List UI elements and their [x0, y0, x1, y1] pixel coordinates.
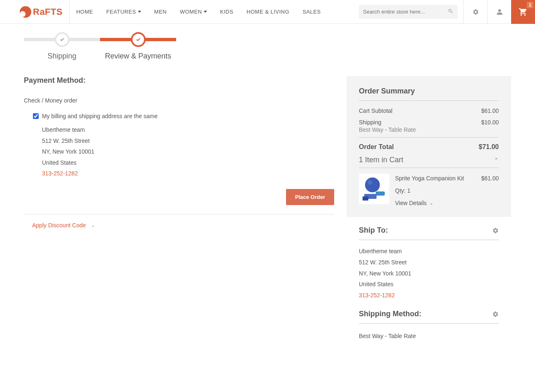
gear-icon[interactable]: [492, 311, 499, 317]
gear-icon: [472, 9, 479, 15]
search-icon[interactable]: [448, 8, 454, 15]
ship-method-header: Shipping Method:: [359, 310, 499, 324]
ship-method-value: Best Way - Table Rate: [359, 329, 499, 339]
billing-address: Ubertheme team 512 W. 25th Street NY, Ne…: [42, 124, 334, 179]
logo[interactable]: RaFTS: [20, 6, 63, 18]
sidebar: Order Summary Cart Subtotal $61.00 Shipp…: [347, 76, 511, 343]
search-input[interactable]: [363, 9, 448, 15]
same-address-label: My billing and shipping address are the …: [42, 113, 158, 119]
ship-to-title: Ship To:: [359, 226, 388, 235]
main-column: Payment Method: Check / Money order My b…: [24, 76, 334, 229]
cart-items-label: 1 Item in Cart: [359, 156, 403, 164]
step-label: Shipping: [24, 52, 100, 61]
product-image-icon: [361, 176, 387, 202]
chevron-down-icon: [138, 11, 141, 13]
chevron-down-icon: ⌄: [91, 222, 95, 228]
chevron-up-icon: ⌃: [494, 157, 499, 163]
shipto-street: 512 W. 25th Street: [359, 257, 499, 268]
step-shipping: Shipping: [24, 32, 100, 61]
svg-point-0: [365, 177, 380, 192]
cart-item-info: Sprite Yoga Companion Kit $61.00 Qty: 1 …: [395, 174, 499, 208]
total-label: Order Total: [359, 143, 394, 151]
place-order-row: Place Order: [24, 189, 334, 214]
container: Shipping Review & Payments Payment Metho…: [21, 24, 514, 360]
cart-item-qty: Qty: 1: [395, 186, 499, 196]
ship-method-block: Shipping Method: Best Way - Table Rate: [347, 301, 511, 343]
nav-home[interactable]: HOME: [70, 0, 100, 24]
shipto-name: Ubertheme team: [359, 246, 499, 257]
settings-button[interactable]: [463, 0, 487, 24]
logo-wrap: RaFTS: [0, 0, 70, 23]
content-row: Payment Method: Check / Money order My b…: [24, 76, 511, 343]
discount-toggle[interactable]: Apply Discount Code ⌄: [32, 215, 334, 229]
check-icon: [59, 37, 65, 42]
shipto-city: NY, New York 10001: [359, 268, 499, 279]
step-review-payments: Review & Payments: [100, 32, 176, 61]
check-icon: [135, 37, 141, 42]
cart-button[interactable]: 1: [511, 0, 535, 24]
nav: HOME FEATURES MEN WOMEN KIDS HOME & LIVI…: [70, 0, 327, 23]
search-box[interactable]: [359, 5, 458, 19]
chevron-down-icon: ⌄: [429, 199, 433, 207]
shipto-country: United States: [359, 279, 499, 290]
cart-item-price: $61.00: [481, 174, 499, 184]
cart-icon: [519, 7, 528, 16]
shipping-detail: Best Way - Table Rate: [359, 126, 499, 133]
subtotal-row: Cart Subtotal $61.00: [359, 105, 499, 117]
ship-to-block: Ship To: Ubertheme team 512 W. 25th Stre…: [347, 217, 511, 301]
svg-rect-4: [363, 196, 368, 201]
account-button[interactable]: [487, 0, 511, 24]
logo-text: RaFTS: [33, 7, 63, 17]
shipping-label: Shipping: [359, 119, 381, 126]
step-circle: [55, 32, 70, 47]
order-summary: Order Summary Cart Subtotal $61.00 Shipp…: [347, 76, 511, 217]
address-phone[interactable]: 313-252-1282: [42, 168, 334, 179]
chevron-down-icon: [204, 11, 207, 13]
logo-icon: [20, 6, 31, 18]
step-label: Review & Payments: [100, 52, 176, 61]
total-amount: $71.00: [479, 143, 499, 151]
cart-items-toggle[interactable]: 1 Item in Cart ⌃: [359, 151, 499, 168]
payment-method-option: Check / Money order: [24, 97, 334, 104]
cart-item: Sprite Yoga Companion Kit $61.00 Qty: 1 …: [359, 168, 499, 208]
cart-badge: 1: [527, 2, 533, 8]
total-row: Order Total $71.00: [359, 137, 499, 151]
cart-item-name: Sprite Yoga Companion Kit: [395, 174, 464, 184]
address-country: United States: [42, 157, 334, 168]
payment-method-title: Payment Method:: [24, 76, 334, 85]
svg-point-1: [368, 180, 372, 185]
header: RaFTS HOME FEATURES MEN WOMEN KIDS HOME …: [0, 0, 535, 24]
nav-features[interactable]: FEATURES: [100, 0, 147, 24]
discount-label: Apply Discount Code: [32, 222, 86, 229]
same-address-row: My billing and shipping address are the …: [33, 113, 334, 119]
shipping-amount: $10.00: [481, 119, 499, 126]
user-icon: [496, 9, 503, 15]
shipto-phone[interactable]: 313-252-1282: [359, 290, 499, 301]
nav-kids[interactable]: KIDS: [214, 0, 240, 24]
same-address-checkbox[interactable]: [33, 113, 39, 119]
checkout-progress: Shipping Review & Payments: [24, 24, 511, 65]
ship-method-title: Shipping Method:: [359, 310, 421, 318]
address-city: NY, New York 10001: [42, 146, 334, 157]
svg-rect-2: [376, 191, 385, 196]
nav-home-living[interactable]: HOME & LIVING: [240, 0, 296, 24]
address-name: Ubertheme team: [42, 124, 334, 135]
nav-sales[interactable]: SALES: [296, 0, 327, 24]
header-right: 1: [359, 0, 535, 23]
cart-item-view-details[interactable]: View Details ⌄: [395, 198, 499, 208]
subtotal-label: Cart Subtotal: [359, 107, 393, 114]
ship-to-address: Ubertheme team 512 W. 25th Street NY, Ne…: [359, 246, 499, 301]
gear-icon[interactable]: [492, 227, 499, 234]
subtotal-amount: $61.00: [481, 107, 499, 114]
ship-to-header: Ship To:: [359, 226, 499, 240]
place-order-button[interactable]: Place Order: [286, 189, 334, 205]
cart-item-image: [359, 174, 389, 204]
address-street: 512 W. 25th Street: [42, 135, 334, 147]
nav-men[interactable]: MEN: [148, 0, 173, 24]
order-summary-title: Order Summary: [359, 87, 499, 101]
step-circle: [131, 32, 146, 47]
nav-women[interactable]: WOMEN: [173, 0, 214, 24]
